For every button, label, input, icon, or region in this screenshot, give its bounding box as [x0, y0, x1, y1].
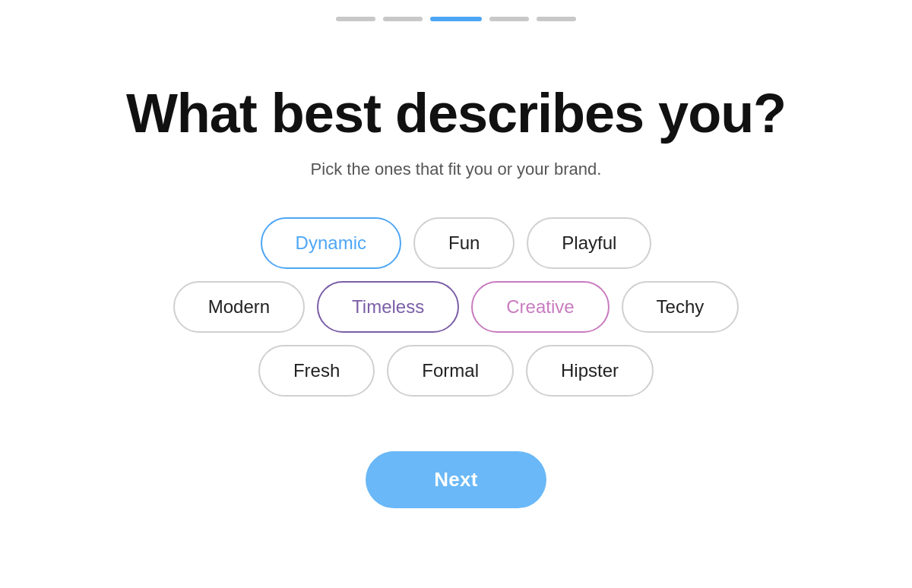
option-creative[interactable]: Creative [471, 281, 609, 333]
next-button[interactable]: Next [366, 451, 546, 508]
page-subtitle: Pick the ones that fit you or your brand… [311, 160, 602, 179]
options-row-1: Dynamic Fun Playful [261, 217, 652, 269]
option-fun[interactable]: Fun [413, 217, 515, 269]
step-1 [336, 17, 375, 21]
option-fresh[interactable]: Fresh [258, 345, 375, 397]
progress-bar [336, 17, 576, 21]
option-formal[interactable]: Formal [387, 345, 514, 397]
step-2 [383, 17, 423, 21]
option-dynamic[interactable]: Dynamic [261, 217, 401, 269]
option-modern[interactable]: Modern [173, 281, 305, 333]
page-title: What best describes you? [126, 82, 786, 144]
step-5 [537, 17, 576, 21]
option-techy[interactable]: Techy [622, 281, 739, 333]
option-hipster[interactable]: Hipster [526, 345, 654, 397]
step-4 [489, 17, 529, 21]
option-timeless[interactable]: Timeless [317, 281, 459, 333]
option-playful[interactable]: Playful [527, 217, 651, 269]
step-3 [430, 17, 482, 21]
options-container: Dynamic Fun Playful Modern Timeless Crea… [173, 217, 739, 397]
options-row-2: Modern Timeless Creative Techy [173, 281, 739, 333]
options-row-3: Fresh Formal Hipster [258, 345, 654, 397]
